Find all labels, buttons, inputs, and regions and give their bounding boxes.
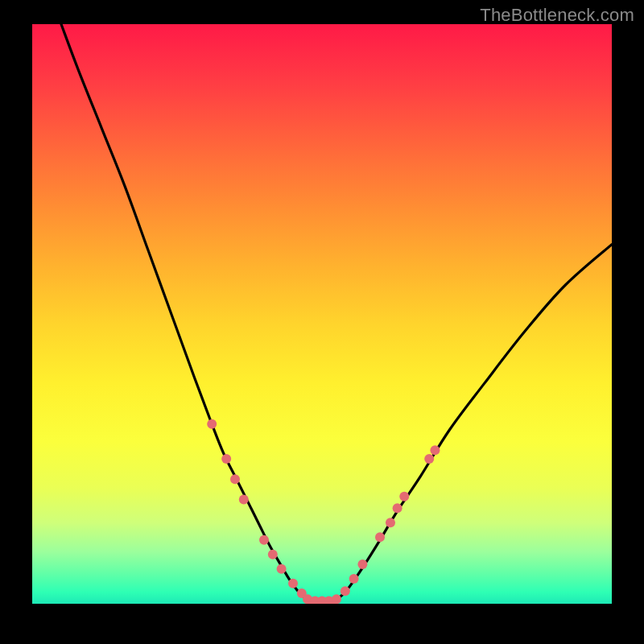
marker-dot bbox=[375, 532, 385, 542]
marker-dot bbox=[357, 559, 367, 569]
series-curve-right bbox=[336, 245, 612, 600]
plot-svg bbox=[32, 24, 612, 604]
marker-dot bbox=[230, 474, 240, 484]
marker-dot bbox=[268, 550, 278, 559]
series-curve-left bbox=[61, 24, 308, 600]
marker-dot bbox=[399, 492, 409, 502]
marker-dot bbox=[341, 586, 350, 596]
watermark-text: TheBottleneck.com bbox=[480, 5, 634, 26]
marker-dot bbox=[332, 594, 341, 604]
marker-dot bbox=[393, 503, 402, 513]
marker-dot bbox=[239, 494, 249, 504]
marker-dot bbox=[430, 445, 440, 455]
marker-dot bbox=[207, 419, 217, 429]
marker-dot bbox=[424, 454, 434, 464]
marker-dot bbox=[386, 518, 395, 527]
marker-dot bbox=[259, 535, 269, 545]
marker-dot bbox=[349, 574, 359, 584]
marker-dot bbox=[288, 579, 298, 588]
plot-area bbox=[32, 24, 612, 604]
marker-dot bbox=[221, 454, 231, 464]
marker-dot bbox=[277, 564, 287, 574]
chart-frame: TheBottleneck.com bbox=[0, 0, 644, 644]
